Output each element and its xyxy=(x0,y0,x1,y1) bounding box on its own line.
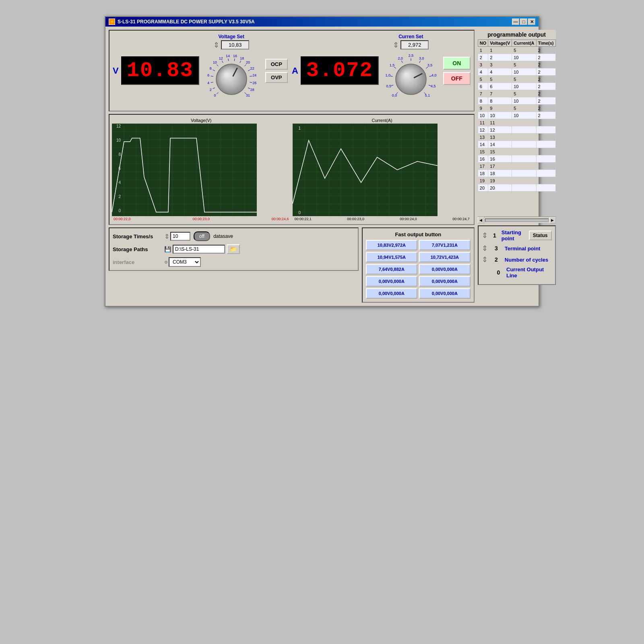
current-spinner-icon: ⇕ xyxy=(393,41,399,50)
col-voltage: Voltage(V xyxy=(488,40,512,47)
fast-btn-5[interactable]: 0,00V0,000A xyxy=(419,264,471,275)
col-time: Time(s) xyxy=(536,40,555,47)
window-title: S-LS-31 PROGRAMMABLE DC POWER SUPPLY V3.… xyxy=(118,19,255,25)
fast-btn-0[interactable]: 10,83V2,972A xyxy=(366,240,417,250)
prog-table-scroll[interactable]: NO Voltage(V Current(A Time(s) 115222102… xyxy=(478,39,556,217)
interface-row: interface ⚙ COM3 COM1 COM2 xyxy=(113,257,355,267)
port-icon: ⚙ xyxy=(164,260,168,264)
storage-times-row: Storage Times/s ⇕ off datasave xyxy=(113,231,355,241)
spinner-icon: ⇕ xyxy=(164,233,169,240)
status-button[interactable]: Status xyxy=(529,231,552,240)
ocp-ovp-area: OCP OVP xyxy=(265,59,288,83)
storage-paths-row: Storage Paths 💾 📁 xyxy=(113,244,355,254)
fast-btn-4[interactable]: 7,64V0,882A xyxy=(366,264,417,275)
display-section: V 10.83 Voltage Set ⇕ 10,83 xyxy=(109,30,475,111)
current-chart-timestamps: 00:00:22,1 00:00:23,0 00:00:24,0 00:00:2… xyxy=(293,216,471,222)
table-row[interactable]: 1313 xyxy=(478,134,555,141)
current-chart-title: Current(A) xyxy=(293,117,471,124)
starting-spinner-icon: ⇕ xyxy=(482,231,488,240)
storage-settings: Storage Times/s ⇕ off datasave Storage P… xyxy=(109,227,359,271)
voltage-chart-title: Voltage(V) xyxy=(112,117,290,124)
toggle-button[interactable]: off xyxy=(194,231,210,241)
fast-btn-9[interactable]: 0,00V0,000A xyxy=(419,288,471,299)
maximize-button[interactable]: □ xyxy=(520,19,527,25)
ovp-button[interactable]: OVP xyxy=(265,72,288,83)
charts-section: Voltage(V) 00:00:22,0 00:00:23,0 00:00:2… xyxy=(109,114,475,225)
table-row[interactable]: 1111 xyxy=(478,119,555,126)
close-button[interactable]: ✕ xyxy=(528,19,535,25)
voltage-unit-label: V xyxy=(113,66,119,76)
prog-output-panel: programmable output NO Voltage(V Current… xyxy=(478,30,556,223)
main-content: V 10.83 Voltage Set ⇕ 10,83 xyxy=(105,27,539,306)
port-select[interactable]: COM3 COM1 COM2 xyxy=(169,257,201,267)
browse-button[interactable]: 📁 xyxy=(227,244,240,254)
voltage-spinner-icon: ⇕ xyxy=(213,41,219,50)
off-button[interactable]: OFF xyxy=(443,72,471,85)
storage-times-input[interactable] xyxy=(170,232,190,241)
fast-btn-2[interactable]: 10,94V1,575A xyxy=(366,252,417,262)
table-row[interactable]: 9952 xyxy=(478,105,555,112)
col-no: NO xyxy=(478,40,488,47)
fast-btn-1[interactable]: 7,07V1,231A xyxy=(419,240,471,250)
datasave-label: datasave xyxy=(213,233,233,239)
fast-btn-8[interactable]: 0,00V0,000A xyxy=(366,288,417,299)
table-row[interactable]: 88102 xyxy=(478,97,555,105)
fast-output: Fast output button 10,83V2,972A 7,07V1,2… xyxy=(362,227,475,303)
terminal-spinner-icon: ⇕ xyxy=(482,244,488,253)
table-row[interactable]: 22102 xyxy=(478,54,555,61)
cycle-controls: ⇕ 1 Starting point Status ⇕ 3 Terminal p… xyxy=(478,225,556,285)
storage-times-label: Storage Times/s xyxy=(113,233,161,239)
ocp-button[interactable]: OCP xyxy=(265,59,288,70)
prog-output-title: programmable output xyxy=(478,30,556,39)
fast-btn-7[interactable]: 0,00V0,000A xyxy=(419,276,471,287)
on-button[interactable]: ON xyxy=(443,57,471,70)
table-row[interactable]: 5552 xyxy=(478,76,555,83)
fast-btn-3[interactable]: 10,72V1,423A xyxy=(419,252,471,262)
cycles-spinner: ⇕ xyxy=(482,255,488,264)
cycles-label: Number of cycles xyxy=(505,257,548,263)
terminal-point-label: Terminal point xyxy=(505,246,541,252)
output-line-label: Current Output Line xyxy=(506,266,552,279)
table-row[interactable]: 1818 xyxy=(478,170,555,177)
table-row[interactable]: 1152 xyxy=(478,47,555,54)
table-row[interactable]: 44102 xyxy=(478,68,555,76)
title-bar: ⚡ S-LS-31 PROGRAMMABLE DC POWER SUPPLY V… xyxy=(105,17,539,27)
table-row[interactable]: 1414 xyxy=(478,141,555,148)
starting-point-num: 1 xyxy=(490,232,499,239)
cycles-row: ⇕ 2 Number of cycles xyxy=(482,255,552,264)
scroll-track[interactable] xyxy=(485,219,549,222)
fast-btn-6[interactable]: 0,00V0,000A xyxy=(366,276,417,287)
path-input[interactable] xyxy=(173,245,225,254)
left-panel: V 10.83 Voltage Set ⇕ 10,83 xyxy=(109,30,475,303)
table-row[interactable]: 3352 xyxy=(478,61,555,68)
horizontal-scrollbar[interactable]: ◀ ▶ xyxy=(478,217,556,223)
col-current: Current(A xyxy=(512,40,536,47)
fast-buttons-grid: 10,83V2,972A 7,07V1,231A 10,94V1,575A 10… xyxy=(366,240,471,299)
main-window: ⚡ S-LS-31 PROGRAMMABLE DC POWER SUPPLY V… xyxy=(105,16,539,307)
current-set-value[interactable]: 2,972 xyxy=(400,40,429,50)
table-row[interactable]: 1212 xyxy=(478,126,555,134)
terminal-point-num: 3 xyxy=(490,245,502,252)
table-row[interactable]: 2020 xyxy=(478,184,555,192)
current-knob[interactable] xyxy=(383,51,439,107)
storage-paths-label: Storage Paths xyxy=(113,246,161,252)
scroll-right-btn[interactable]: ▶ xyxy=(549,217,556,223)
right-panel: programmable output NO Voltage(V Current… xyxy=(478,30,556,303)
table-row[interactable]: 1515 xyxy=(478,148,555,155)
table-row[interactable]: 1919 xyxy=(478,177,555,184)
table-row[interactable]: 1717 xyxy=(478,163,555,170)
table-row[interactable]: 1010102 xyxy=(478,112,555,119)
voltage-knob[interactable] xyxy=(203,51,260,107)
output-line-num: 0 xyxy=(493,269,504,276)
current-unit-label: A xyxy=(292,66,298,76)
table-row[interactable]: 66102 xyxy=(478,83,555,90)
voltage-set-value[interactable]: 10,83 xyxy=(221,40,249,50)
starting-point-label: Starting point xyxy=(502,229,526,242)
scroll-left-btn[interactable]: ◀ xyxy=(478,217,484,223)
terminal-spinner: ⇕ xyxy=(482,244,488,253)
bottom-controls: Storage Times/s ⇕ off datasave Storage P… xyxy=(109,227,475,303)
table-row[interactable]: 1616 xyxy=(478,155,555,163)
minimize-button[interactable]: — xyxy=(512,19,519,25)
voltage-chart-timestamps: 00:00:22,0 00:00:23,0 00:00:24,6 xyxy=(112,216,290,222)
table-row[interactable]: 7752 xyxy=(478,90,555,97)
